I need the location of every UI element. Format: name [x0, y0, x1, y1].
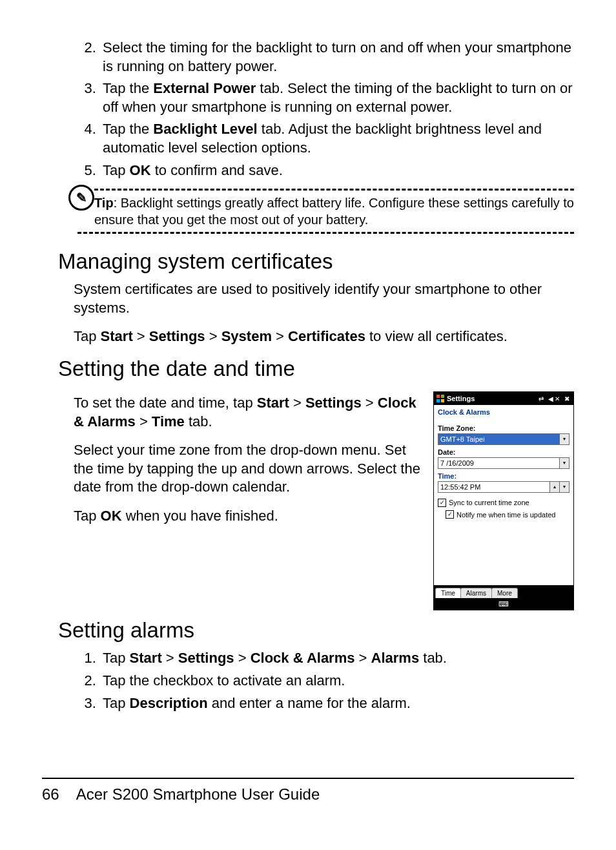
tab-more[interactable]: More — [491, 588, 518, 598]
dropdown-icon[interactable]: ▾ — [559, 458, 569, 468]
ss-titlebar: Settings ⇄ ◀✕ ✖ — [434, 392, 573, 405]
step-2-text: Select the timing for the backlight to t… — [103, 39, 571, 74]
guide-title: Acer S200 Smartphone User Guide — [76, 785, 320, 803]
label-date: Date: — [438, 448, 570, 457]
tip-icon — [68, 185, 94, 211]
step-5: Tap OK to confirm and save. — [100, 161, 574, 180]
time-spinner[interactable]: 12:55:42 PM ▴ ▾ — [438, 481, 570, 493]
checkbox-sync[interactable]: ✓ Sync to current time zone — [438, 498, 570, 507]
label-time: Time: — [438, 472, 570, 481]
timezone-select[interactable]: GMT+8 Taipei ▾ — [438, 433, 570, 445]
datetime-p3: Tap OK when you have finished. — [74, 507, 422, 526]
label-timezone: Time Zone: — [438, 424, 570, 433]
page-number: 66 — [42, 785, 59, 803]
device-screenshot: Settings ⇄ ◀✕ ✖ Clock & Alarms Time Zone… — [433, 391, 574, 610]
ss-tabs: Time Alarms More — [434, 585, 573, 598]
dashed-line-top — [94, 189, 574, 191]
dashed-line-bottom — [77, 232, 574, 234]
step-2: Select the timing for the backlight to t… — [100, 39, 574, 76]
date-select[interactable]: 7 /16/2009 ▾ — [438, 457, 570, 469]
tab-alarms[interactable]: Alarms — [460, 588, 492, 598]
alarm-step-3: Tap Description and enter a name for the… — [100, 694, 574, 713]
status-icons: ⇄ ◀✕ ✖ — [539, 395, 571, 403]
heading-alarms: Setting alarms — [58, 618, 574, 643]
keyboard-icon[interactable]: ⌨ — [498, 600, 509, 608]
step-3: Tap the External Power tab. Select the t… — [100, 79, 574, 116]
checkbox-icon: ✓ — [438, 499, 446, 507]
checkbox-notify[interactable]: ✓ Notify me when time is updated — [446, 510, 570, 519]
dropdown-icon[interactable]: ▾ — [559, 434, 569, 444]
ss-subtitle: Clock & Alarms — [434, 405, 573, 419]
step-4: Tap the Backlight Level tab. Adjust the … — [100, 120, 574, 157]
down-icon[interactable]: ▾ — [559, 482, 569, 492]
tip-block: Tip: Backlight settings greatly affect b… — [77, 189, 574, 234]
up-icon[interactable]: ▴ — [549, 482, 559, 492]
bold-external-power: External Power — [153, 80, 256, 96]
heading-certificates: Managing system certificates — [58, 249, 574, 274]
certificates-p2: Tap Start > Settings > System > Certific… — [74, 327, 574, 346]
certificates-p1: System certificates are used to positive… — [74, 280, 574, 317]
windows-icon — [436, 395, 444, 402]
datetime-p1: To set the date and time, tap Start > Se… — [74, 394, 422, 431]
bold-backlight-level: Backlight Level — [153, 121, 257, 137]
checkbox-icon: ✓ — [446, 510, 454, 519]
alarm-step-1: Tap Start > Settings > Clock & Alarms > … — [100, 649, 574, 668]
tab-time[interactable]: Time — [435, 588, 461, 598]
page-footer: 66Acer S200 Smartphone User Guide — [42, 778, 574, 803]
ss-softkey-bar: ⌨ — [434, 598, 573, 610]
tip-text: Tip: Backlight settings greatly affect b… — [94, 194, 574, 228]
datetime-p2: Select your time zone from the drop-down… — [74, 441, 422, 497]
heading-datetime: Setting the date and time — [58, 357, 574, 381]
alarm-step-2: Tap the checkbox to activate an alarm. — [100, 672, 574, 690]
bold-ok: OK — [130, 162, 151, 178]
